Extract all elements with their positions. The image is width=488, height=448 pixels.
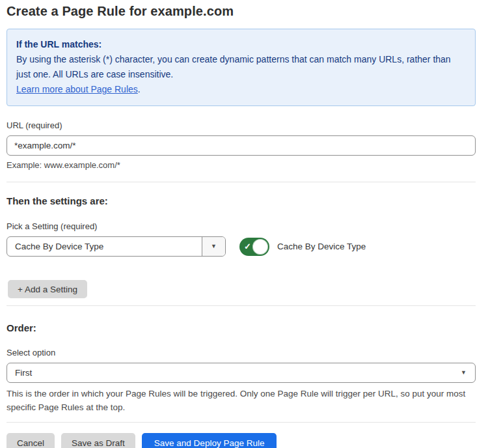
order-section-heading: Order: — [7, 322, 476, 333]
divider — [7, 305, 476, 306]
cancel-button[interactable]: Cancel — [7, 433, 55, 448]
info-box-heading: If the URL matches: — [16, 37, 466, 52]
toggle-knob — [252, 239, 268, 255]
setting-row: Cache By Device Type ▼ ✓ Cache By Device… — [7, 236, 476, 257]
order-help-text: This is the order in which your Page Rul… — [7, 387, 475, 414]
check-icon: ✓ — [244, 242, 251, 251]
learn-more-link[interactable]: Learn more about Page Rules — [16, 84, 138, 94]
url-field-label: URL (required) — [7, 120, 476, 130]
cache-by-device-type-toggle[interactable]: ✓ — [239, 238, 269, 256]
url-input[interactable] — [7, 135, 476, 156]
url-match-info-box: If the URL matches: By using the asteris… — [7, 29, 476, 106]
setting-select-arrow-button[interactable]: ▼ — [202, 237, 225, 256]
url-example-text: Example: www.example.com/* — [7, 160, 476, 170]
info-box-body: By using the asterisk (*) character, you… — [16, 52, 466, 82]
setting-select-value: Cache By Device Type — [7, 237, 202, 256]
order-select[interactable]: First ▼ — [7, 363, 476, 383]
info-box-link-line: Learn more about Page Rules. — [16, 82, 466, 97]
divider — [7, 422, 476, 423]
pick-setting-label: Pick a Setting (required) — [7, 221, 476, 231]
chevron-down-icon: ▼ — [211, 244, 217, 249]
footer-button-row: Cancel Save as Draft Save and Deploy Pag… — [7, 433, 476, 448]
setting-select[interactable]: Cache By Device Type ▼ — [7, 236, 226, 257]
link-suffix: . — [138, 84, 141, 94]
order-select-value: First — [15, 368, 32, 378]
page-title: Create a Page Rule for example.com — [7, 4, 476, 19]
divider — [7, 182, 476, 182]
order-select-label: Select option — [7, 348, 476, 357]
settings-section-heading: Then the settings are: — [7, 195, 476, 206]
save-and-deploy-button[interactable]: Save and Deploy Page Rule — [142, 433, 277, 448]
create-page-rule-panel: Create a Page Rule for example.com If th… — [0, 0, 488, 448]
add-setting-button[interactable]: + Add a Setting — [8, 280, 87, 298]
chevron-down-icon: ▼ — [461, 370, 467, 376]
toggle-label: Cache By Device Type — [277, 242, 366, 251]
save-as-draft-button[interactable]: Save as Draft — [61, 433, 135, 448]
